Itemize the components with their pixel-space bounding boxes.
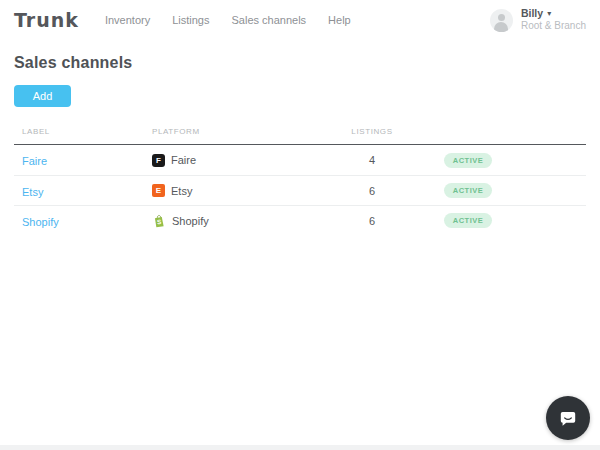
nav-item-help[interactable]: Help — [328, 14, 351, 26]
nav-item-listings[interactable]: Listings — [172, 14, 209, 26]
add-button[interactable]: Add — [14, 85, 71, 107]
main-content: Sales channels Add Label Platform Listin… — [0, 54, 600, 235]
channel-link-shopify[interactable]: Shopify — [22, 216, 59, 228]
nav-item-inventory[interactable]: Inventory — [105, 14, 150, 26]
listings-count: 4 — [344, 154, 400, 166]
listings-count: 6 — [344, 215, 400, 227]
status-badge: Active — [444, 153, 493, 168]
nav-item-sales-channels[interactable]: Sales channels — [231, 14, 306, 26]
sales-channels-table: Label Platform Listings Faire F Faire 4 … — [14, 119, 586, 235]
column-header-listings: Listings — [344, 127, 400, 136]
chevron-down-icon: ▾ — [547, 9, 551, 19]
platform-name: Faire — [171, 154, 196, 166]
user-company: Root & Branch — [521, 20, 586, 33]
channel-link-etsy[interactable]: Etsy — [22, 186, 43, 198]
page-bottom-strip — [0, 445, 600, 450]
shopify-logo-icon: S — [152, 214, 166, 228]
user-name: Billy — [521, 7, 543, 20]
column-header-label: Label — [14, 127, 144, 136]
main-nav: Inventory Listings Sales channels Help — [105, 14, 351, 26]
status-badge: Active — [444, 213, 493, 228]
status-badge: Active — [444, 183, 493, 198]
svg-text:S: S — [157, 217, 162, 224]
chat-bubble-icon[interactable] — [546, 396, 590, 440]
table-row: Faire F Faire 4 Active — [14, 145, 586, 175]
user-menu[interactable]: Billy ▾ Root & Branch — [490, 7, 586, 33]
table-row: Etsy E Etsy 6 Active — [14, 175, 586, 205]
channel-link-faire[interactable]: Faire — [22, 155, 47, 167]
listings-count: 6 — [344, 185, 400, 197]
platform-name: Shopify — [172, 215, 209, 227]
page-title: Sales channels — [14, 54, 586, 72]
table-header-row: Label Platform Listings — [14, 119, 586, 145]
person-icon — [490, 9, 513, 32]
column-header-platform: Platform — [144, 127, 344, 136]
brand-logo[interactable]: Trunk — [14, 9, 79, 31]
faire-logo-icon: F — [152, 154, 165, 167]
top-bar: Trunk Inventory Listings Sales channels … — [0, 0, 600, 40]
etsy-logo-icon: E — [152, 184, 165, 197]
table-row: Shopify S Shopify 6 Active — [14, 205, 586, 235]
platform-name: Etsy — [171, 185, 192, 197]
